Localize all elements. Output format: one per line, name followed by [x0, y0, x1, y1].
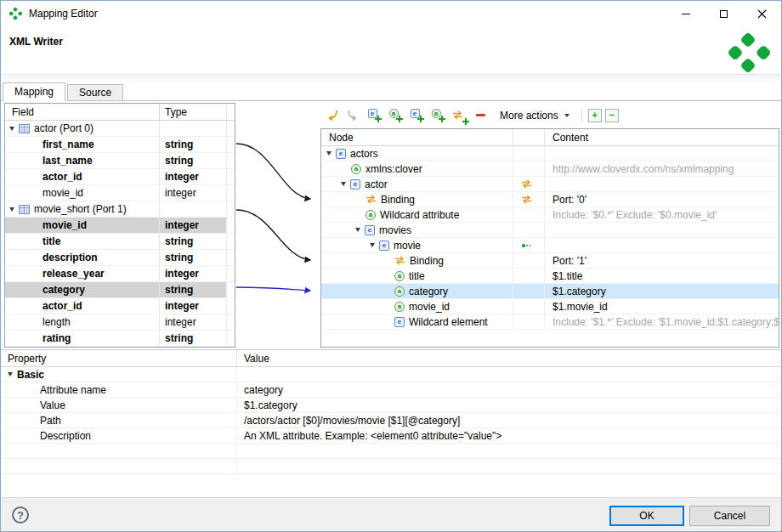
property-table-body: BasicAttribute namecategoryValue$1.categ… — [1, 367, 781, 474]
attribute-plus-icon: a — [432, 109, 445, 122]
minimize-button[interactable] — [666, 1, 705, 26]
add-child-element-button[interactable]: e — [365, 105, 384, 125]
field-scroll-gutter — [226, 121, 235, 136]
value-column-header[interactable]: Value — [236, 350, 781, 366]
add-attribute-button[interactable]: a — [386, 105, 405, 125]
node-row[interactable]: acategory$1.category — [321, 284, 779, 299]
field-row[interactable]: ratingstring — [5, 331, 235, 347]
node-row[interactable]: BindingPort: '0' — [321, 192, 779, 207]
field-name-cell: title — [5, 234, 159, 249]
field-row[interactable]: release_yearinteger — [5, 266, 235, 282]
close-button[interactable] — [743, 1, 781, 26]
binding-icon — [394, 256, 406, 266]
expand-all-button[interactable]: + — [588, 109, 602, 122]
node-gutter-cell — [513, 284, 544, 298]
property-table-header: Property Value — [1, 350, 781, 367]
attribute-icon: a — [351, 164, 361, 174]
chevron-down-icon — [370, 243, 375, 247]
maximize-button[interactable] — [705, 1, 743, 26]
field-row[interactable]: last_namestring — [5, 153, 235, 169]
property-label: Value — [40, 399, 65, 411]
property-row[interactable]: Attribute namecategory — [1, 382, 781, 398]
help-icon: ? — [17, 509, 24, 522]
node-row[interactable]: eactors — [321, 146, 779, 161]
property-row[interactable]: Path/actors/actor [$0]/movies/movie [$1]… — [1, 413, 781, 428]
field-scroll-gutter — [226, 169, 235, 184]
field-row[interactable]: movie_idinteger — [5, 218, 235, 234]
node-row[interactable]: amovie_id$1.movie_id — [321, 299, 779, 314]
node-row[interactable]: aWildcard attributeInclude: '$0.*' Exclu… — [321, 207, 779, 223]
node-row[interactable]: eWildcard elementInclude: '$1.*' Exclude… — [321, 314, 779, 330]
mapping-arrow-port0 — [236, 144, 310, 199]
binding-icon — [521, 179, 533, 190]
node-row[interactable]: axmlns:cloverhttp://www.cloverdx.com/ns/… — [321, 161, 779, 177]
field-table: Field Type actor (Port 0)first_namestrin… — [4, 103, 235, 348]
field-scroll-gutter — [226, 282, 235, 297]
property-row[interactable] — [1, 444, 781, 459]
field-name-cell: actor_id — [5, 298, 159, 314]
node-label: actor — [365, 178, 388, 190]
field-row[interactable]: first_namestring — [5, 137, 235, 153]
property-name-cell: Basic — [1, 367, 236, 382]
node-content-cell — [544, 238, 779, 252]
header-separator — [1, 74, 781, 82]
property-row[interactable]: Basic — [1, 367, 781, 382]
type-column-header[interactable]: Type — [159, 104, 226, 120]
field-label: movie_short (Port 1) — [34, 203, 127, 215]
maximize-icon — [720, 10, 728, 18]
more-actions-button[interactable]: More actions — [494, 107, 575, 124]
field-row[interactable]: descriptionstring — [5, 250, 235, 266]
property-value-cell: /actors/actor [$0]/movies/movie [$1][@ca… — [236, 413, 781, 427]
node-table-body: eactorsaxmlns:cloverhttp://www.cloverdx.… — [321, 146, 779, 330]
node-label: actors — [350, 148, 378, 160]
node-content-cell: Port: '0' — [544, 192, 779, 207]
node-row[interactable]: eactor — [321, 177, 779, 192]
field-row[interactable]: movie_idinteger — [5, 185, 235, 201]
tab-mapping[interactable]: Mapping — [3, 82, 65, 101]
field-scroll-gutter — [226, 153, 235, 168]
field-name-cell: movie_short (Port 1) — [5, 201, 159, 217]
node-column-header[interactable]: Node — [321, 129, 513, 145]
tab-source[interactable]: Source — [67, 84, 123, 100]
chevron-down-icon — [8, 372, 13, 376]
node-content-cell: Include: '$1.*' Exclude: '$1.movie_id;$1… — [544, 314, 779, 329]
node-gutter-cell — [513, 161, 544, 176]
add-wildcard-attribute-button[interactable]: a — [428, 105, 448, 125]
add-binding-button[interactable] — [450, 105, 469, 125]
field-row[interactable]: actor_idinteger — [5, 169, 235, 185]
remove-button[interactable] — [471, 105, 490, 125]
field-row[interactable]: categorystring — [5, 282, 235, 298]
element-plus-icon: e — [368, 109, 382, 122]
node-name-cell: eactor — [321, 177, 513, 191]
node-label: movies — [379, 224, 411, 236]
unmap-field-button[interactable] — [343, 105, 363, 125]
property-row[interactable]: DescriptionAn XML attribute. Example: <e… — [1, 428, 781, 444]
field-row[interactable]: actor_idinteger — [5, 298, 235, 314]
attribute-plus-icon: a — [389, 109, 403, 122]
field-column-header[interactable]: Field — [5, 104, 159, 120]
tab-bar: MappingSource — [1, 82, 781, 101]
element-icon: e — [336, 149, 346, 159]
chevron-down-icon — [564, 114, 570, 117]
property-row[interactable] — [1, 459, 781, 474]
ok-button[interactable]: OK — [609, 506, 684, 526]
property-row[interactable]: Value$1.category — [1, 398, 781, 413]
add-wildcard-element-button[interactable]: e — [407, 105, 427, 125]
help-button[interactable]: ? — [12, 507, 29, 524]
field-label: rating — [42, 332, 71, 344]
node-row[interactable]: BindingPort: '1' — [321, 253, 779, 269]
field-row[interactable]: movie_short (Port 1) — [5, 201, 235, 218]
cancel-button[interactable]: Cancel — [689, 506, 770, 526]
field-row[interactable]: titlestring — [5, 234, 235, 250]
field-row[interactable]: actor (Port 0) — [5, 121, 235, 137]
collapse-all-button[interactable]: − — [605, 109, 619, 122]
node-row[interactable]: emovie — [321, 238, 779, 253]
field-row[interactable]: lengthinteger — [5, 314, 235, 331]
property-column-header[interactable]: Property — [1, 350, 236, 366]
node-row[interactable]: emovies — [321, 223, 779, 238]
content-column-header[interactable]: Content — [544, 129, 779, 145]
expand-collapse-slot: +− — [588, 109, 619, 122]
property-table: Property Value BasicAttribute namecatego… — [1, 349, 781, 497]
map-field-button[interactable] — [322, 105, 342, 125]
node-row[interactable]: atitle$1.title — [321, 269, 779, 284]
